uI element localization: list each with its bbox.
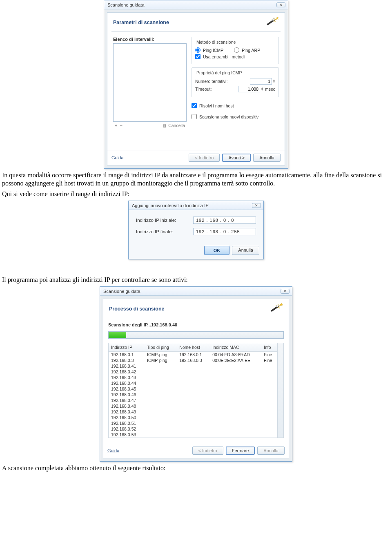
cell-host [177, 380, 210, 386]
table-row[interactable]: 192.168.0.52 [109, 426, 277, 432]
cell-mac [210, 375, 261, 380]
table-row[interactable]: 192.168.0.49 [109, 409, 277, 415]
table-row[interactable]: 192.168.0.1ICMP-ping192.168.0.100:04:ED:… [109, 352, 277, 358]
next-button[interactable]: Avanti > [222, 154, 251, 162]
titlebar[interactable]: Scansione guidata ✕ [100, 287, 292, 296]
table-row[interactable]: 192.168.0.3ICMP-ping192.168.0.300:0E:2E:… [109, 357, 277, 363]
icmp-props-legend: Proprietà del ping ICMP [195, 70, 243, 75]
scrollbar[interactable] [277, 343, 283, 438]
table-row[interactable]: 192.168.0.50 [109, 415, 277, 420]
timeout-input[interactable] [238, 86, 260, 92]
table-row[interactable]: 192.168.0.46 [109, 392, 277, 398]
cell-info [261, 432, 277, 438]
cell-mac [210, 420, 261, 426]
trash-icon: 🗑 [163, 123, 167, 128]
cell-host [177, 386, 210, 392]
cell-mac [210, 369, 261, 375]
ip-start-input[interactable]: 192 . 168 . 0 . 0 [193, 217, 256, 224]
stop-button[interactable]: Fermare [226, 447, 255, 455]
attempts-label: Numero tentativi: [195, 79, 227, 84]
attempts-spinner-icon[interactable]: ▲▼ [273, 79, 275, 83]
cell-ping [145, 432, 177, 438]
resolve-host-checkbox[interactable] [192, 103, 197, 108]
col-ip[interactable]: Indirizzo IP [109, 343, 145, 352]
cell-ip: 192.168.0.51 [109, 420, 145, 426]
clear-label: Cancella [168, 123, 185, 128]
add-interval-icon[interactable]: + [115, 123, 117, 128]
cell-info [261, 375, 277, 380]
help-link[interactable]: Guida [111, 154, 123, 161]
cell-host [177, 398, 210, 403]
cell-ip: 192.168.0.53 [109, 432, 145, 438]
table-row[interactable]: 192.168.0.53 [109, 432, 277, 438]
cell-mac: 00:04:ED:A8:89:AD [210, 352, 261, 358]
timeout-spinner-icon[interactable]: ▲▼ [261, 87, 263, 91]
table-row[interactable]: 192.168.0.51 [109, 420, 277, 426]
cell-host [177, 432, 210, 438]
cell-host [177, 403, 210, 409]
back-button[interactable]: < Indietro [189, 154, 220, 162]
cell-host [177, 369, 210, 375]
cell-ip: 192.168.0.3 [109, 357, 145, 363]
cell-host [177, 415, 210, 420]
cell-host [177, 426, 210, 432]
progress-bar [108, 331, 284, 339]
cell-mac [210, 380, 261, 386]
results-table: Indirizzo IP Tipo di ping Nome host Indi… [109, 343, 277, 438]
cell-info [261, 409, 277, 415]
cell-info [261, 369, 277, 375]
close-icon[interactable]: ✕ [276, 2, 285, 7]
use-both-checkbox[interactable] [195, 54, 200, 59]
close-icon[interactable]: ✕ [252, 203, 261, 208]
ip-end-input[interactable]: 192 . 168 . 0 . 255 [193, 228, 256, 235]
cell-mac [210, 409, 261, 415]
ping-arp-radio[interactable] [234, 47, 239, 53]
cell-ping [145, 380, 177, 386]
body-text-3: Il programma poi analizza gli indirizzi … [0, 276, 392, 284]
cell-ping [145, 375, 177, 380]
body-text-4: A scansione completata abbiamo ottenuto … [0, 464, 392, 472]
window-title: Scansione guidata [107, 2, 145, 7]
table-row[interactable]: 192.168.0.45 [109, 386, 277, 392]
col-mac[interactable]: Indirizzo MAC [210, 343, 261, 352]
ip-end-label: Indirizzo IP finale: [136, 229, 173, 234]
cell-info: Fine [261, 352, 277, 358]
cell-mac [210, 415, 261, 420]
cell-mac [210, 386, 261, 392]
cell-ip: 192.168.0.45 [109, 386, 145, 392]
table-row[interactable]: 192.168.0.48 [109, 403, 277, 409]
col-host[interactable]: Nome host [177, 343, 210, 352]
col-info[interactable]: Info [261, 343, 277, 352]
help-link[interactable]: Guida [107, 447, 119, 454]
cell-ip: 192.168.0.44 [109, 380, 145, 386]
cell-ping: ICMP-ping [145, 357, 177, 363]
cell-mac [210, 392, 261, 398]
ping-icmp-radio[interactable] [195, 47, 200, 53]
table-row[interactable]: 192.168.0.41 [109, 363, 277, 369]
interval-listbox[interactable] [113, 43, 187, 122]
back-button[interactable]: < Indietro [192, 447, 223, 455]
cell-info [261, 380, 277, 386]
timeout-unit: msec [265, 87, 275, 92]
scan-process-dialog: Scansione guidata ✕ Processo di scansion… [100, 286, 292, 462]
cancel-button[interactable]: Annulla [257, 447, 285, 455]
scan-method-legend: Metodo di scansione [195, 40, 237, 45]
table-row[interactable]: 192.168.0.47 [109, 398, 277, 403]
titlebar[interactable]: Aggiungi nuovo intervallo di indirizzi I… [129, 201, 263, 210]
scan-wizard-dialog: Scansione guidata ✕ Parametri di scansio… [104, 0, 288, 169]
col-ping[interactable]: Tipo di ping [145, 343, 177, 352]
ok-button[interactable]: OK [204, 246, 230, 255]
remove-interval-icon[interactable]: − [120, 123, 122, 128]
cancel-button[interactable]: Annulla [253, 154, 281, 162]
cell-host [177, 409, 210, 415]
table-row[interactable]: 192.168.0.43 [109, 375, 277, 380]
titlebar[interactable]: Scansione guidata ✕ [104, 0, 288, 9]
new-devices-checkbox[interactable] [192, 114, 197, 119]
close-icon[interactable]: ✕ [281, 289, 290, 294]
attempts-input[interactable] [250, 78, 272, 85]
cell-host: 192.168.0.3 [177, 357, 210, 363]
cancel-button[interactable]: Annulla [232, 246, 259, 255]
table-row[interactable]: 192.168.0.44 [109, 380, 277, 386]
clear-intervals-button[interactable]: 🗑 Cancella [163, 123, 187, 128]
table-row[interactable]: 192.168.0.42 [109, 369, 277, 375]
